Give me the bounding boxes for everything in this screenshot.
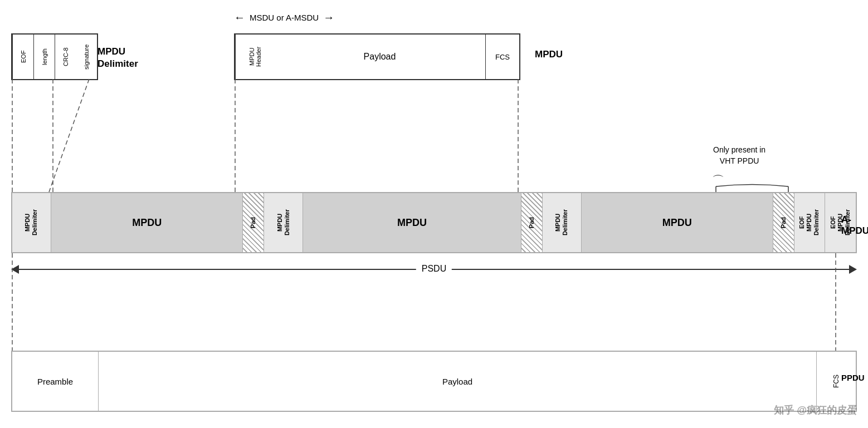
ampdu-delimiter2-text: MPDUDelimiter (275, 208, 292, 237)
diagram-container: ← MSDU or A-MSDU → EOF length CRC-8 sign… (0, 0, 868, 428)
ampdu-pad1-text: Pad (248, 216, 258, 229)
vht-brace: ⌒ (712, 173, 723, 189)
ampdu-pad2-text: Pad (527, 216, 537, 229)
ampdu-mpdu3-text: MPDU (662, 217, 692, 229)
msdu-left-arrow: ← (234, 11, 245, 24)
ampdu-seg-pad2: Pad (521, 193, 543, 252)
mpdu-delimiter-box: EOF length CRC-8 signature (11, 33, 98, 80)
delimiter-cell-signature: signature (76, 35, 97, 79)
delimiter-cell-length: length (33, 35, 55, 79)
ampdu-seg-mpdu3: MPDU (582, 193, 773, 252)
ppdu-preamble-cell: Preamble (12, 352, 99, 411)
ampdu-seg-pad1: Pad (243, 193, 264, 252)
mpdu-fcs-cell: FCS (486, 35, 519, 79)
watermark: 知乎 @疯狂的皮蛋 (774, 404, 857, 417)
ppdu-payload-text: Payload (442, 377, 472, 386)
psdu-arrow-left (11, 265, 19, 274)
ampdu-delimiter3-text: MPDUDelimiter (553, 208, 570, 237)
ampdu-mpdu1-text: MPDU (132, 217, 162, 229)
delimiter-cell-eof: EOF (12, 35, 33, 79)
psdu-label: PSDU (416, 264, 452, 274)
ampdu-label: A-MPDU (841, 214, 868, 237)
ampdu-seg-mpdu2: MPDU (303, 193, 521, 252)
ppdu-row: Preamble Payload FCS (11, 351, 857, 412)
vht-ppdu-label: Only present inVHT PPDU (713, 145, 765, 166)
psdu-arrow-right (849, 265, 857, 274)
ppdu-preamble-text: Preamble (37, 377, 73, 386)
ampdu-seg-mpdu1: MPDU (51, 193, 243, 252)
delimiter-cell-crc8: CRC-8 (55, 35, 76, 79)
mpdu-box: MPDUHeader Payload FCS (234, 33, 520, 80)
mpdu-delimiter-label-text: MPDUDelimiter (97, 46, 138, 70)
svg-line-2 (49, 79, 89, 192)
ampdu-seg-eof-delimiter1: EOFMPDUDelimiter (794, 193, 825, 252)
ampdu-seg-delimiter2: MPDUDelimiter (264, 193, 303, 252)
mpdu-header-cell: MPDUHeader (235, 35, 274, 79)
ampdu-seg-pad3: Pad (773, 193, 794, 252)
ampdu-pad3-text: Pad (779, 216, 788, 229)
ampdu-delimiter1-text: MPDUDelimiter (23, 208, 40, 237)
msdu-right-arrow: → (323, 11, 334, 24)
ppdu-label: PPDU (841, 373, 865, 382)
ppdu-fcs-text: FCS (832, 375, 840, 388)
msdu-text: MSDU or A-MSDU (250, 13, 319, 22)
ppdu-payload-cell: Payload (99, 352, 817, 411)
msdu-arrow-label: ← MSDU or A-MSDU → (234, 11, 334, 24)
mpdu-label: MPDU (535, 49, 563, 60)
ampdu-mpdu2-text: MPDU (397, 217, 427, 229)
mpdu-payload-cell: Payload (274, 35, 486, 79)
ampdu-seg-delimiter3: MPDUDelimiter (543, 193, 582, 252)
ampdu-eof-delimiter1-text: EOFMPDUDelimiter (797, 208, 822, 237)
ampdu-row: MPDUDelimiter MPDU Pad MPDUDelimiter MPD… (11, 192, 857, 253)
ampdu-seg-delimiter1: MPDUDelimiter (12, 193, 51, 252)
